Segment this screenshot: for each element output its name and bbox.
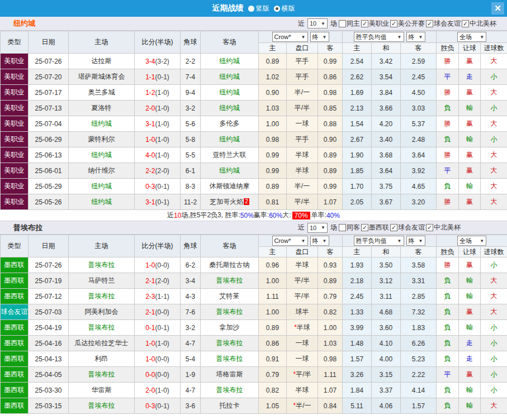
filter-checkbox-item[interactable]: ✓美公开赛 <box>390 19 425 28</box>
cell-result-handicap: 輸 <box>459 398 481 414</box>
cell-result-wdl: 勝 <box>437 54 459 69</box>
checkbox-icon[interactable]: ✓ <box>426 224 433 231</box>
score-halftime: (1-0) <box>155 386 169 394</box>
cell-score: 1-0(0-0) <box>135 351 181 367</box>
layout-horizontal-option[interactable]: 横版 <box>274 4 295 13</box>
cell-score: 4-0(1-0) <box>135 147 181 163</box>
score-halftime: (0-1) <box>155 183 169 190</box>
sub-mean-away: 客 <box>401 43 437 54</box>
cell-competition: 球会友谊 <box>1 304 29 320</box>
chevron-down-icon: ▼ <box>397 238 402 244</box>
teams-container: 纽约城近10▼场同主✓美职业✓美公开赛✓球会友谊✓中北美杯类型日期主场比分(半场… <box>0 17 507 414</box>
cell-handicap: 平手 <box>287 69 318 85</box>
filter-checkbox-item[interactable]: ✓墨西联 <box>361 223 389 232</box>
score-halftime: (0-1) <box>155 73 169 81</box>
cell-home-team: 瓜达拉哈拉芝华士 <box>69 336 135 351</box>
score-fulltime: 1-0 <box>145 136 155 144</box>
cell-away-team: 纽约城 <box>201 101 259 116</box>
matches-count-select[interactable]: 10▼ <box>307 18 328 28</box>
cell-competition: 美职业 <box>1 194 29 210</box>
score-halftime: (1-0) <box>155 136 169 144</box>
cell-home-team: 普埃布拉 <box>69 289 135 304</box>
checkbox-icon[interactable]: ✓ <box>361 20 368 27</box>
cell-away-team: 普埃布拉 <box>201 351 259 367</box>
odds-company-select[interactable]: Crow*▼ <box>272 32 308 42</box>
match-row: 美职业25-06-29蒙特利尔1-0(1-0)5-8纽约城0.98平手0.902… <box>1 132 507 147</box>
filter-checkbox-item[interactable]: ✓中北美杯 <box>426 223 461 232</box>
cell-competition: 墨西联 <box>1 398 29 414</box>
col-score: 比分(半场) <box>135 31 181 54</box>
home-team-name: 阿美利加会 <box>85 308 119 316</box>
cell-score: 3-1(0-1) <box>135 194 181 210</box>
sub-mean-draw: 和 <box>372 247 401 257</box>
cell-mean-away: 3.92 <box>401 163 437 179</box>
layout-vertical-option[interactable]: 竖版 <box>248 4 269 13</box>
cell-score: 3-4(3-2) <box>135 54 181 69</box>
cell-result-goals: 小 <box>481 101 507 116</box>
score-halftime: (2-0) <box>155 167 169 175</box>
cell-competition: 墨西联 <box>1 257 29 273</box>
filter-checkbox-item[interactable]: ✓球会友谊 <box>426 19 461 28</box>
away-team-name: 纽约城 <box>220 135 240 143</box>
odds-stage-select[interactable]: 终▼ <box>310 32 329 42</box>
odds-stage-select-value: 终 <box>312 237 319 245</box>
cell-away-team: 亚特兰大联 <box>201 147 259 163</box>
filter-checkbox-item[interactable]: ✓中北美杯 <box>462 19 496 28</box>
match-row: 美职业25-05-29纽约城0-3(0-1)8-3休斯顿迪纳摩0.89半/一0.… <box>1 179 507 194</box>
cell-odds-home: 0.90 <box>259 85 287 101</box>
cell-home-team: 华雷斯 <box>69 383 135 398</box>
cell-odds-home: 0.79 <box>259 367 287 383</box>
chevron-down-icon: ▼ <box>397 35 402 40</box>
cell-result-goals: 大 <box>481 179 507 194</box>
filter-checkbox-item[interactable]: ✓球会友谊 <box>390 223 425 232</box>
cell-odds-home: 1.03 <box>259 101 287 116</box>
score-halftime: (0-1) <box>155 324 169 332</box>
cell-mean-draw: 3.68 <box>372 147 401 163</box>
cell-competition: 墨西联 <box>1 336 29 351</box>
mean-stage-select[interactable]: 终▼ <box>406 236 425 246</box>
cell-result-handicap: 赢 <box>459 257 481 273</box>
checkbox-icon[interactable] <box>339 20 346 27</box>
filter-checkbox-item[interactable]: 同主 <box>339 19 360 28</box>
checkbox-icon[interactable]: ✓ <box>462 20 469 27</box>
cell-result-goals: 小 <box>481 320 507 336</box>
cell-away-team: 普埃布拉 <box>201 383 259 398</box>
chevron-down-icon: ▼ <box>321 21 325 26</box>
close-button[interactable]: ✕ <box>491 2 504 15</box>
filter-checkbox-item[interactable]: 同客 <box>339 223 360 232</box>
cell-handicap: *半/一 <box>287 398 318 414</box>
checkbox-icon[interactable] <box>339 224 346 231</box>
cell-date: 25-07-03 <box>29 304 69 320</box>
away-team-name: 桑托斯拉古纳 <box>210 261 250 269</box>
cell-home-team: 纽约城 <box>69 194 135 210</box>
odds-stage-select[interactable]: 终▼ <box>310 236 329 246</box>
chevron-down-icon: ▼ <box>321 225 325 230</box>
cell-handicap: 半球 <box>287 163 318 179</box>
odds-company-select[interactable]: Crow*▼ <box>272 236 308 246</box>
checkbox-icon[interactable]: ✓ <box>390 20 397 27</box>
filter-checkbox-item[interactable]: ✓美职业 <box>361 19 389 28</box>
home-team-name: 奥兰多城 <box>88 88 115 96</box>
mean-type-select[interactable]: 胜平负均值▼ <box>354 32 404 42</box>
cell-result-wdl: 平 <box>437 163 459 179</box>
mean-stage-select[interactable]: 终▼ <box>406 32 425 42</box>
mean-type-select[interactable]: 胜平负均值▼ <box>354 236 404 246</box>
filter-label: 墨西联 <box>369 223 389 232</box>
cell-score: 0-0(0-0) <box>135 367 181 383</box>
scope-select[interactable]: 全场▼ <box>457 32 486 42</box>
cell-score: 0-3(0-1) <box>135 398 181 414</box>
match-row: 美职业25-07-20堪萨斯城体育会1-1(0-1)7-4纽约城1.02平手0.… <box>1 69 507 85</box>
scope-select-value: 全场 <box>459 33 472 41</box>
cell-home-team: 普埃布拉 <box>69 398 135 414</box>
score-halftime: (0-0) <box>155 355 169 363</box>
checkbox-icon[interactable]: ✓ <box>390 224 397 231</box>
col-type: 类型 <box>1 235 29 257</box>
cell-mean-home: 1.85 <box>343 163 372 179</box>
score-fulltime: 1-1 <box>145 73 155 81</box>
handicap-text: 平/半 <box>295 292 310 300</box>
scope-select[interactable]: 全场▼ <box>457 236 486 246</box>
checkbox-icon[interactable]: ✓ <box>361 224 368 231</box>
matches-count-select[interactable]: 10▼ <box>307 223 328 233</box>
checkbox-icon[interactable]: ✓ <box>426 20 433 27</box>
away-team-name: 芝加哥火焰 <box>210 198 243 206</box>
